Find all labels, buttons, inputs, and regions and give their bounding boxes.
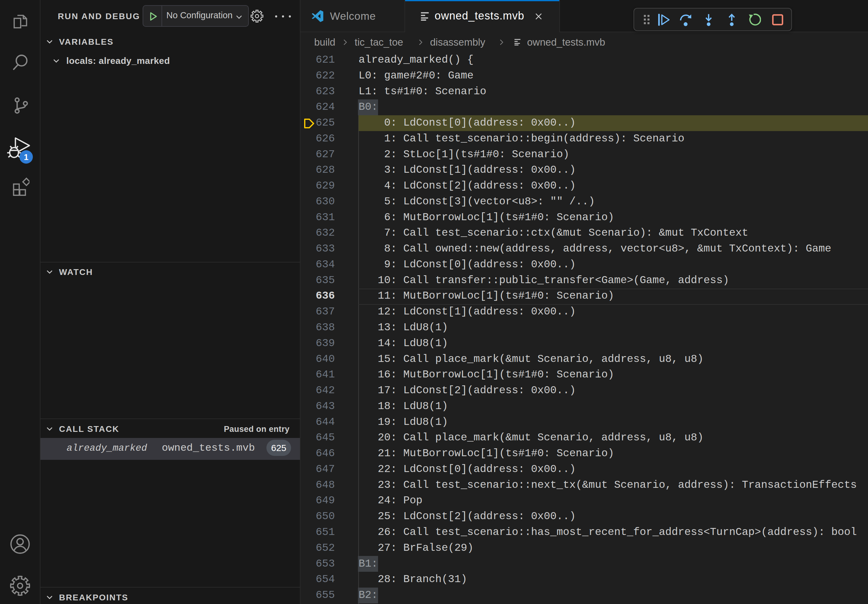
svg-text:1: 1 <box>24 153 28 162</box>
